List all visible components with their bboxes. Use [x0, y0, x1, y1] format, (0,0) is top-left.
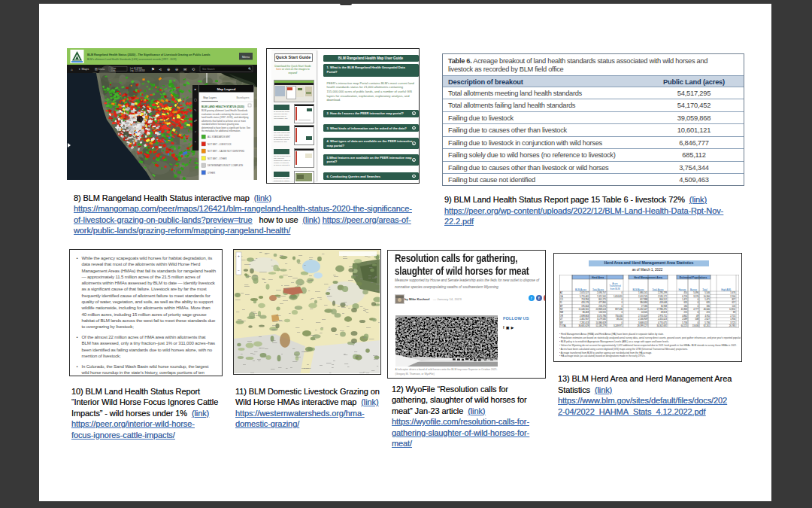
svg-text:⊕: ⊕ — [167, 67, 170, 71]
svg-text:7,281,013: 7,281,013 — [580, 321, 589, 324]
svg-text:2,698,863: 2,698,863 — [580, 315, 589, 318]
svg-text:635: 635 — [684, 301, 688, 304]
svg-text:NOT MET - CAUSE NOT IDENTIFIED: NOT MET - CAUSE NOT IDENTIFIED — [208, 150, 244, 153]
svg-text:215: 215 — [707, 311, 710, 314]
svg-text:3,576: 3,576 — [693, 295, 698, 298]
svg-text:BLM Acres: BLM Acres — [633, 288, 644, 291]
svg-text:NOT MET - OTHER: NOT MET - OTHER — [208, 157, 227, 160]
svg-text:801,275: 801,275 — [598, 298, 606, 301]
svg-text:NM: NM — [560, 311, 564, 314]
svg-text:24,505: 24,505 — [641, 311, 648, 314]
svg-text:NOT MET - LIVESTOCK: NOT MET - LIVESTOCK — [208, 143, 232, 146]
svg-text:Menu: Menu — [242, 55, 250, 59]
svg-text:258,270: 258,270 — [598, 305, 606, 308]
svg-text:allotments that failed to achi: allotments that failed to achieve one or… — [201, 120, 246, 123]
svg-text:ID: ID — [560, 301, 562, 304]
svg-text:827: 827 — [732, 298, 736, 301]
svg-text:⊖: ⊖ — [175, 67, 178, 71]
svg-text:83: 83 — [733, 311, 735, 314]
svg-text:determined to have been a sign: determined to have been a significant fa… — [201, 126, 250, 129]
svg-text:10,386,659: 10,386,659 — [596, 321, 607, 324]
svg-text:Horses: Horses — [679, 288, 686, 291]
svg-text:13,636: 13,636 — [692, 324, 699, 327]
svg-text:26,785: 26,785 — [729, 324, 736, 327]
svg-text:2,703,409: 2,703,409 — [638, 315, 647, 318]
svg-text:the metadata for additional in: the metadata for additional information. — [201, 129, 241, 132]
svg-text:2,295,299: 2,295,299 — [658, 291, 667, 294]
svg-text:☍: ☍ — [194, 119, 197, 123]
svg-text:⚑: ⚑ — [151, 67, 155, 71]
svg-text:426,176: 426,176 — [581, 301, 589, 304]
svg-text:3,179,582: 3,179,582 — [597, 318, 606, 321]
svg-text:86,463: 86,463 — [583, 311, 589, 314]
svg-text:6,724: 6,724 — [682, 295, 687, 298]
svg-text:1,956: 1,956 — [730, 318, 735, 321]
svg-text:Total Acres: Total Acres — [592, 288, 604, 291]
svg-text:BLM LAND HEALTH STATUS (2020): BLM LAND HEALTH STATUS (2020) — [201, 105, 244, 108]
svg-text:DETERMINATION NOT COMPLETE: DETERMINATION NOT COMPLETE — [208, 164, 243, 167]
svg-text:OR: OR — [560, 315, 563, 318]
svg-text:1,680,241: 1,680,241 — [638, 291, 647, 294]
svg-text:15,046,561: 15,046,561 — [579, 308, 589, 311]
svg-text:+: + — [238, 254, 240, 258]
svg-text:617: 617 — [732, 301, 736, 304]
svg-text:4,862: 4,862 — [682, 315, 687, 318]
svg-text:2,461,907: 2,461,907 — [580, 318, 589, 321]
svg-text:1,624,655: 1,624,655 — [614, 295, 623, 298]
svg-text:Total: Total — [702, 288, 707, 291]
svg-text:from BLM: from BLM — [610, 287, 620, 291]
svg-text:2,715: 2,715 — [730, 315, 735, 318]
svg-text:◐ Maps: ◐ Maps — [79, 67, 89, 71]
svg-text:22,868,024: 22,868,024 — [596, 308, 607, 311]
svg-text:12,811: 12,811 — [729, 308, 736, 311]
svg-text:AZ: AZ — [560, 291, 563, 294]
svg-text:Lng -121.06358: Lng -121.06358 — [130, 69, 145, 72]
svg-text:806,512: 806,512 — [659, 298, 667, 301]
svg-text:NV: NV — [560, 308, 563, 311]
svg-text:⋖: ⋖ — [159, 67, 162, 71]
svg-text:−: − — [238, 268, 240, 272]
svg-text:17,986,291: 17,986,291 — [657, 308, 668, 311]
svg-text:2,535,172: 2,535,172 — [658, 295, 667, 298]
svg-text:⌕: ⌕ — [195, 129, 196, 133]
svg-text:✎: ✎ — [194, 108, 196, 112]
svg-text:28,613: 28,613 — [661, 311, 668, 314]
svg-text:▢: ▢ — [194, 98, 197, 102]
svg-text:CA: CA — [560, 295, 563, 298]
svg-text:2,455,023: 2,455,023 — [658, 318, 667, 321]
svg-text:4,770,075: 4,770,075 — [658, 321, 667, 324]
svg-text:753,994: 753,994 — [581, 298, 589, 301]
svg-text:2,970,711: 2,970,711 — [658, 315, 667, 318]
svg-text:High AML: High AML — [721, 288, 732, 291]
svg-text:64,225: 64,225 — [681, 324, 688, 327]
svg-text:3,668,013: 3,668,013 — [638, 321, 647, 324]
svg-text:BLM Rangeland Health Status (2: BLM Rangeland Health Status (2020) - The… — [87, 53, 211, 56]
svg-text:►: ► — [194, 87, 197, 91]
svg-text:Total Acres: Total Acres — [652, 288, 664, 291]
svg-text:4,911: 4,911 — [704, 315, 710, 318]
svg-text:MT: MT — [560, 305, 563, 308]
svg-text:WY: WY — [560, 321, 564, 324]
svg-text:3,570,786: 3,570,786 — [597, 315, 606, 318]
svg-text:OTHER: OTHER — [208, 172, 215, 175]
svg-text:2,089: 2,089 — [682, 318, 687, 321]
svg-text:477,860: 477,860 — [598, 301, 606, 304]
svg-text:418,048: 418,048 — [659, 301, 667, 304]
svg-text:36,681,629: 36,681,629 — [579, 324, 589, 327]
svg-text:ALL STANDARDS MET: ALL STANDARDS MET — [208, 135, 231, 138]
svg-text:46,640: 46,640 — [704, 308, 710, 311]
svg-text:2,166,909: 2,166,909 — [638, 318, 647, 321]
svg-text:5,546: 5,546 — [704, 291, 710, 294]
svg-text:180: 180 — [707, 305, 710, 308]
svg-text:5,096: 5,096 — [693, 291, 698, 294]
svg-text:36,948: 36,948 — [661, 305, 668, 308]
svg-text:2,627: 2,627 — [704, 318, 710, 321]
svg-text:51,185,279: 51,185,279 — [596, 324, 607, 327]
svg-text:1,471: 1,471 — [682, 298, 687, 301]
svg-text:635: 635 — [707, 301, 710, 304]
svg-text:BLM Acres: BLM Acres — [575, 288, 586, 291]
svg-text:82,261: 82,261 — [704, 324, 710, 327]
svg-text:195,664: 195,664 — [581, 305, 589, 308]
svg-text:evaluation records containing: evaluation records containing the most c… — [201, 113, 248, 116]
svg-text:BLM grazing allotment Land Hea: BLM grazing allotment Land Health Standa… — [201, 109, 248, 112]
